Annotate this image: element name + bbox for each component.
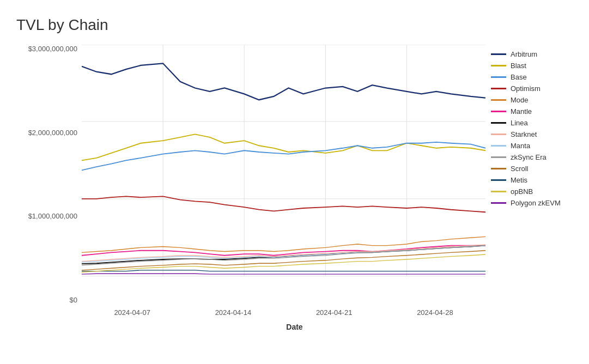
scroll-legend-color [491,168,506,169]
zksync-label: zkSync Era [511,153,547,161]
legend-arbitrum: Arbitrum [491,50,578,58]
mode-label: Mode [511,96,529,104]
metis-label: Metis [511,176,527,184]
legend-blast: Blast [491,62,578,70]
opbnb-legend-color [491,191,506,192]
chart-area: $3,000,000,000 $2,000,000,000 $1,000,000… [11,45,578,320]
y-label-3b: $3,000,000,000 [28,45,77,53]
legend-scroll: Scroll [491,165,578,173]
chart-container: TVL by Chain $3,000,000,000 $2,000,000,0… [0,0,589,364]
x-label-1: 2024-04-07 [114,308,150,317]
legend-base: Base [491,73,578,81]
linea-legend-color [491,122,506,124]
blast-legend-color [491,65,506,66]
x-label-3: 2024-04-21 [316,308,353,317]
mantle-label: Mantle [511,107,532,116]
starknet-label: Starknet [511,130,537,138]
legend-polygon: Polygon zkEVM [491,199,578,207]
x-label-4: 2024-04-28 [417,308,453,317]
y-label-2b: $2,000,000,000 [28,129,77,137]
legend-zksync: zkSync Era [491,153,578,161]
blast-label: Blast [511,62,526,70]
metis-line [82,270,485,271]
polygon-legend-color [491,202,506,204]
legend-metis: Metis [491,176,578,184]
metis-legend-color [491,179,506,181]
chart-title: TVL by Chain [16,16,578,34]
legend-starknet: Starknet [491,130,578,138]
main-svg [82,45,485,291]
scroll-label: Scroll [511,165,529,173]
zksync-legend-color [491,156,506,158]
arbitrum-line [82,63,485,100]
x-label-2: 2024-04-14 [215,308,252,317]
optimism-label: Optimism [511,84,541,93]
linea-label: Linea [511,119,528,127]
x-axis: 2024-04-07 2024-04-14 2024-04-21 2024-04… [82,304,485,320]
optimism-legend-color [491,88,506,89]
legend-mantle: Mantle [491,107,578,116]
base-label: Base [511,73,527,81]
y-label-0: $0 [70,296,77,304]
arbitrum-legend-color [491,53,506,55]
arbitrum-label: Arbitrum [511,50,537,58]
starknet-legend-color [491,134,506,135]
polygon-label: Polygon zkEVM [511,199,561,207]
legend: Arbitrum Blast Base Optimism Mode Mantle [491,45,578,320]
mode-legend-color [491,99,506,101]
chart-plot: $3,000,000,000 $2,000,000,000 $1,000,000… [11,45,485,320]
legend-linea: Linea [491,119,578,127]
base-legend-color [491,76,506,78]
blast-line [82,134,485,160]
opbnb-label: opBNB [511,187,533,196]
y-axis: $3,000,000,000 $2,000,000,000 $1,000,000… [11,45,82,304]
x-axis-title: Date [11,323,578,331]
manta-legend-color [491,145,506,147]
legend-optimism: Optimism [491,84,578,93]
y-label-1b: $1,000,000,000 [28,212,77,220]
legend-opbnb: opBNB [491,187,578,196]
mantle-legend-color [491,111,506,112]
polygon-line [82,274,485,274]
legend-manta: Manta [491,142,578,150]
manta-label: Manta [511,142,530,150]
legend-mode: Mode [491,96,578,104]
